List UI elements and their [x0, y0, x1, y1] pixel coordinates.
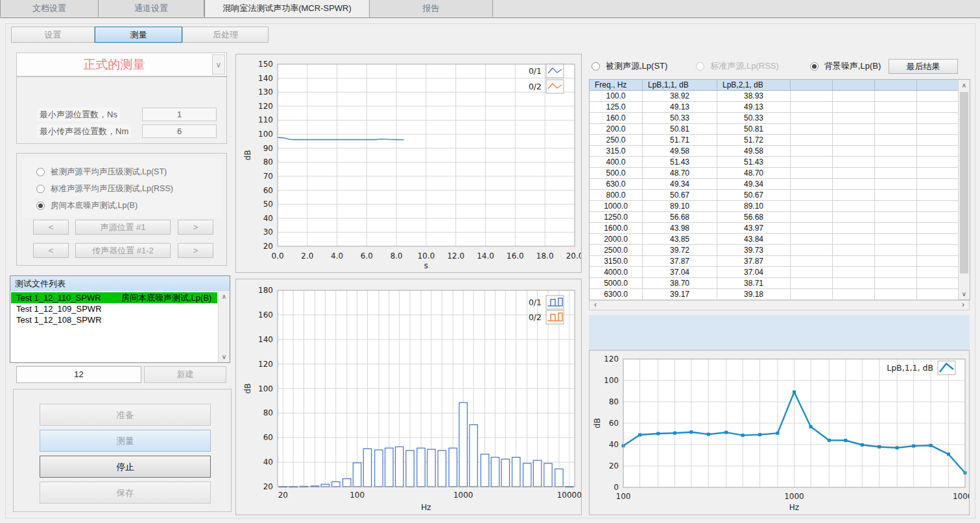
table-cell[interactable]	[833, 179, 875, 190]
table-cell[interactable]	[917, 245, 959, 256]
table-cell[interactable]	[833, 124, 875, 135]
table-cell[interactable]	[833, 256, 875, 267]
table-cell[interactable]	[875, 256, 917, 267]
file-list-item[interactable]: Test 1_12_110_SPWR房间本底噪声测试,Lp(B)	[11, 292, 217, 303]
table-cell[interactable]: 100.0	[590, 91, 643, 102]
radio-icon[interactable]	[36, 168, 45, 176]
table-cell[interactable]	[833, 201, 875, 212]
table-cell[interactable]: 50.67	[643, 190, 717, 201]
table-cell[interactable]: 56.68	[643, 212, 717, 223]
table-cell[interactable]: 50.33	[717, 113, 791, 124]
scroll-up-icon[interactable]: ∧	[219, 291, 230, 302]
scroll-left-icon[interactable]: ‹	[591, 300, 600, 310]
table-cell[interactable]: 39.18	[717, 289, 791, 300]
table-cell[interactable]	[917, 135, 959, 146]
table-cell[interactable]: 50.33	[643, 113, 717, 124]
test-type-radio-1[interactable]: 被测声源平均声压级测试,Lp(ST)	[36, 165, 167, 178]
table-cell[interactable]: 56.68	[717, 212, 791, 223]
source-position-prev-button[interactable]: <	[33, 220, 69, 235]
table-cell[interactable]	[833, 190, 875, 201]
table-cell[interactable]	[917, 201, 959, 212]
table-cell[interactable]: 1600.0	[590, 223, 643, 234]
table-cell[interactable]	[791, 201, 833, 212]
tab-1[interactable]: 文档设置	[0, 0, 99, 17]
table-cell[interactable]	[833, 146, 875, 157]
table-cell[interactable]	[875, 113, 917, 124]
table-cell[interactable]	[833, 168, 875, 179]
radio-icon[interactable]	[36, 202, 45, 210]
table-cell[interactable]	[833, 135, 875, 146]
table-cell[interactable]: 51.43	[717, 157, 791, 168]
table-cell[interactable]: 315.0	[590, 146, 643, 157]
control-button-3[interactable]: 停止	[40, 456, 211, 478]
radio-icon[interactable]	[36, 185, 45, 193]
table-cell[interactable]	[875, 146, 917, 157]
table-cell[interactable]	[833, 113, 875, 124]
table-cell[interactable]	[875, 135, 917, 146]
table-cell[interactable]: 50.67	[717, 190, 791, 201]
table-cell[interactable]: 43.98	[643, 223, 717, 234]
table-cell[interactable]: 800.0	[590, 190, 643, 201]
table-cell[interactable]	[917, 278, 959, 289]
view-radio-2[interactable]: 标准声源,Lp(RSS)	[696, 60, 778, 72]
control-button-4[interactable]: 保存	[40, 482, 211, 504]
table-cell[interactable]	[833, 289, 875, 300]
table-cell[interactable]	[791, 212, 833, 223]
tab-2[interactable]: 通道设置	[99, 0, 204, 17]
table-cell[interactable]	[791, 278, 833, 289]
table-cell[interactable]: 38.71	[717, 278, 791, 289]
table-cell[interactable]: 37.04	[643, 267, 717, 278]
radio-icon[interactable]	[810, 62, 819, 71]
source-position-button[interactable]: 声源位置 #1	[75, 220, 171, 235]
table-cell[interactable]: 49.58	[643, 146, 717, 157]
table-cell[interactable]	[917, 256, 959, 267]
table-cell[interactable]: 50.81	[717, 124, 791, 135]
table-cell[interactable]	[875, 289, 917, 300]
table-cell[interactable]: 37.87	[643, 256, 717, 267]
table-cell[interactable]: 43.97	[717, 223, 791, 234]
scroll-up-icon[interactable]: ∧	[959, 80, 970, 91]
table-cell[interactable]: 43.84	[717, 234, 791, 245]
table-cell[interactable]: 200.0	[590, 124, 643, 135]
table-cell[interactable]	[791, 168, 833, 179]
measurement-mode-dropdown[interactable]: 正式的测量 ∨	[16, 52, 227, 76]
table-cell[interactable]: 3150.0	[590, 256, 643, 267]
table-cell[interactable]: 39.73	[717, 245, 791, 256]
file-list-item[interactable]: Test 1_12_109_SPWR	[11, 303, 217, 314]
table-cell[interactable]	[833, 245, 875, 256]
table-cell[interactable]	[791, 289, 833, 300]
table-cell[interactable]: 6300.0	[590, 289, 643, 300]
table-cell[interactable]	[791, 190, 833, 201]
table-cell[interactable]	[791, 179, 833, 190]
table-cell[interactable]	[833, 267, 875, 278]
table-cell[interactable]	[917, 212, 959, 223]
table-cell[interactable]: 39.17	[643, 289, 717, 300]
control-button-2[interactable]: 测量	[40, 430, 211, 452]
table-cell[interactable]	[917, 146, 959, 157]
table-cell[interactable]	[875, 190, 917, 201]
table-cell[interactable]	[791, 234, 833, 245]
table-cell[interactable]	[791, 124, 833, 135]
scroll-down-icon[interactable]: ∨	[959, 288, 970, 299]
control-button-1[interactable]: 准备	[40, 404, 211, 426]
table-cell[interactable]	[875, 124, 917, 135]
table-cell[interactable]: 1250.0	[590, 212, 643, 223]
table-cell[interactable]	[917, 113, 959, 124]
table-cell[interactable]: 49.58	[717, 146, 791, 157]
table-cell[interactable]: 2500.0	[590, 245, 643, 256]
table-cell[interactable]: 50.81	[643, 124, 717, 135]
table-cell[interactable]: 160.0	[590, 113, 643, 124]
table-cell[interactable]	[917, 223, 959, 234]
test-type-radio-3[interactable]: 房间本底噪声测试,Lp(B)	[36, 199, 137, 212]
table-cell[interactable]: 38.92	[643, 91, 717, 102]
table-cell[interactable]: 1000.0	[590, 201, 643, 212]
table-cell[interactable]: 49.13	[643, 102, 717, 113]
table-cell[interactable]: 51.71	[643, 135, 717, 146]
table-cell[interactable]: 38.70	[643, 278, 717, 289]
table-cell[interactable]	[833, 212, 875, 223]
table-cell[interactable]	[833, 223, 875, 234]
min-source-positions-value[interactable]: 1	[142, 108, 217, 121]
table-cell[interactable]	[791, 256, 833, 267]
view-radio-1[interactable]: 被测声源,Lp(ST)	[592, 60, 667, 72]
table-cell[interactable]	[791, 113, 833, 124]
